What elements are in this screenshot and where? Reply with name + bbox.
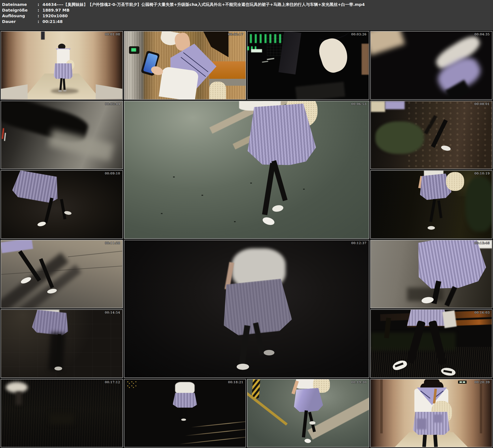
handbag <box>446 172 464 191</box>
file-info-row-resolution: Auflösung : 1920x1080 <box>2 13 493 19</box>
separator: : <box>38 19 43 24</box>
filesize-label: Dateigröße <box>2 7 38 13</box>
figure-skirt <box>32 309 70 336</box>
timestamp-overlay: 00:04:35 <box>474 33 490 36</box>
floor-specks <box>173 177 175 178</box>
figure-skin <box>362 44 369 75</box>
led-digits <box>459 381 462 383</box>
white-light-streak <box>4 133 6 141</box>
file-info-row-filesize: Dateigröße : 1889.97 MB <box>2 7 493 13</box>
video-thumbnail: 00:20:39 <box>370 379 493 448</box>
hazard-pole <box>252 379 260 398</box>
face-mask <box>316 35 352 75</box>
figure-skirt-edge <box>385 101 405 109</box>
greenery <box>465 177 493 232</box>
video-thumbnail: 00:13:46 <box>370 240 493 308</box>
contact-sheet-page: { "header": { "separator": ":", "rows": … <box>0 0 493 448</box>
video-thumbnail: 00:09:10 <box>0 170 123 239</box>
timestamp-overlay: 00:08:01 <box>474 102 490 106</box>
separator: : <box>38 7 43 13</box>
figure-shoe <box>37 221 46 227</box>
video-thumbnail: 00:04:35 <box>370 31 493 100</box>
figure-skirt-edge <box>0 240 33 253</box>
video-thumbnail: 00:03:26 <box>247 31 369 100</box>
timestamp-overlay: 00:06:53 <box>351 102 367 106</box>
timestamp-overlay: 00:10:19 <box>474 172 490 175</box>
figure-leg <box>444 286 457 307</box>
seat-shadow <box>295 82 345 100</box>
timestamp-overlay: 00:05:44 <box>105 102 120 106</box>
timestamp-overlay: 00:16:03 <box>474 311 490 314</box>
handbag <box>209 82 226 99</box>
video-thumbnail: 00:05:44 <box>0 101 123 169</box>
figure-skirt <box>407 309 448 326</box>
video-thumbnail: 00:18:21 <box>124 379 246 448</box>
ground-grate <box>371 347 492 377</box>
video-thumbnail: 00:16:03 <box>370 309 493 378</box>
figure-skirt <box>413 240 489 294</box>
grass-patch <box>375 122 424 154</box>
timestamp-overlay: 00:02:17 <box>228 33 243 36</box>
filename-label: Dateiname <box>2 2 38 7</box>
thumbnail-grid: 00:01:08 00:02:17 00:03:26 <box>0 31 493 448</box>
figure-shoe-blur <box>6 382 28 393</box>
video-thumbnail: 00:01:08 <box>0 31 123 100</box>
video-thumbnail: 00:11:28 <box>0 240 123 308</box>
timestamp-overlay: 00:11:28 <box>105 241 120 245</box>
timestamp-overlay: 00:17:12 <box>105 380 120 384</box>
video-thumbnail: 00:17:12 <box>0 379 123 448</box>
figure-skirt <box>54 63 73 79</box>
video-thumbnail: 00:02:17 <box>124 31 246 100</box>
figure-shoe <box>181 419 186 421</box>
distant-person <box>41 32 45 40</box>
orange-wall-panel <box>209 61 246 79</box>
duration-label: Dauer <box>2 19 38 24</box>
separator: : <box>38 13 43 19</box>
light-streak <box>267 58 274 60</box>
keypad-green-light <box>131 48 136 52</box>
figure-shoe <box>264 350 274 355</box>
figure-leg <box>302 410 308 437</box>
stair-edge <box>185 429 246 436</box>
timestamp-overlay: 00:12:37 <box>351 241 367 245</box>
timestamp-overlay: 00:13:46 <box>474 241 490 245</box>
video-thumbnail: 00:08:01 <box>370 101 493 169</box>
handbag <box>371 101 385 112</box>
file-info-row-duration: Dauer : 00:21:48 <box>2 19 493 24</box>
yellow-specks <box>126 381 136 389</box>
video-thumbnail: 00:19:30 <box>247 379 369 448</box>
timestamp-overlay: 00:03:26 <box>351 33 367 36</box>
timestamp-overlay: 00:19:30 <box>351 380 367 384</box>
video-thumbnail-large: 00:12:37 <box>124 240 369 378</box>
ground-blob <box>50 413 74 424</box>
skirt-wet-patch <box>417 419 426 429</box>
figure-leg <box>60 199 66 220</box>
duration-value: 00:21:48 <box>43 19 63 24</box>
video-thumbnail: 00:10:19 <box>370 170 493 239</box>
figure-top <box>175 382 195 394</box>
figure-leg <box>429 199 436 222</box>
door-frame <box>480 379 482 434</box>
floor-shadow <box>51 88 78 94</box>
light-streak <box>262 61 268 63</box>
file-info-header: Dateiname : 44634----【臭脚妹妹】【户外惊魂2·0-万圣节前… <box>0 0 493 31</box>
figure-shoe <box>55 367 62 370</box>
figure-shoe <box>428 226 435 230</box>
figure-shoe <box>262 216 275 226</box>
filename-value: 44634----【臭脚妹妹】【户外惊魂2·0-万圣节前夕】公园椅子大量失禁+升… <box>43 2 365 7</box>
figure-leg <box>272 160 288 201</box>
timestamp-overlay: 00:18:21 <box>228 380 243 384</box>
video-thumbnail-large: 00:06:53 <box>124 101 369 239</box>
figure-leg <box>437 200 442 218</box>
building-lights <box>251 49 262 53</box>
door-frame <box>380 379 383 434</box>
resolution-label: Auflösung <box>2 13 38 19</box>
figure-skirt <box>173 393 197 408</box>
timestamp-overlay: 00:20:39 <box>474 380 490 384</box>
figure-shoe <box>304 438 311 443</box>
figure-leg <box>179 408 183 420</box>
figure-leg <box>184 408 188 419</box>
figure-shoe <box>237 364 249 370</box>
red-light-streak <box>2 128 4 139</box>
skirt-wet-patch <box>434 414 442 423</box>
